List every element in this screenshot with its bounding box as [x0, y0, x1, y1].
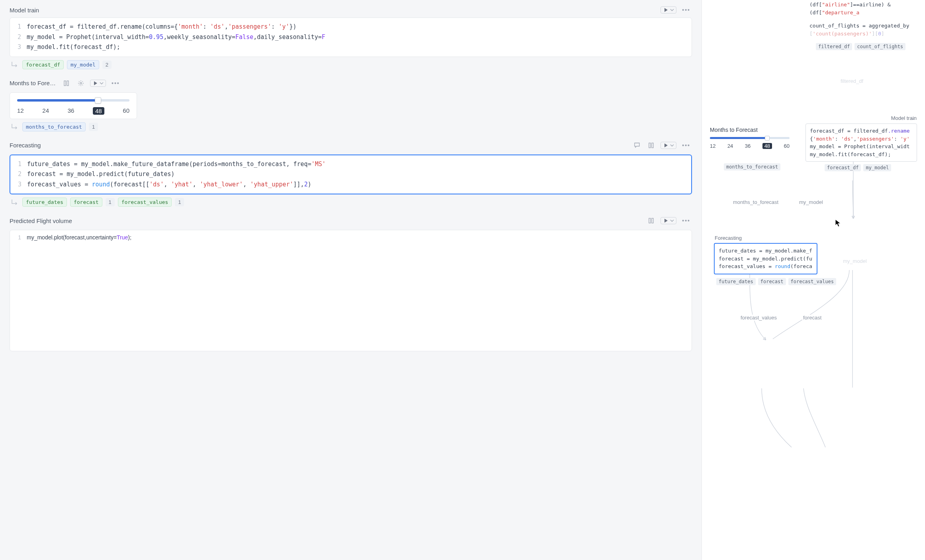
line-number: 2: [16, 169, 27, 180]
cell-header: Forecasting •••: [10, 139, 692, 155]
mini-code: forecast_values = round(forecast: [719, 262, 813, 270]
mini-chip[interactable]: forecast_df: [825, 164, 861, 171]
comment-icon-button[interactable]: [632, 140, 642, 151]
line-number: 1: [16, 159, 27, 170]
columns-icon: [648, 142, 655, 149]
output-chip[interactable]: months_to_forecast: [22, 122, 86, 131]
cell-model-train: Model train ••• 1forecast_df = filtered_…: [10, 5, 692, 69]
graph-node-forecasting[interactable]: Forecasting future_dates = my_model.make…: [714, 243, 817, 274]
slider-fill: [17, 99, 98, 102]
code-editor[interactable]: 1future_dates = my_model.make_future_dat…: [10, 155, 692, 195]
cell-title: Forecasting: [10, 142, 628, 149]
slider-tick[interactable]: 24: [42, 107, 49, 115]
plot-output: 1my_model.plot(forecast,uncertainty=True…: [10, 230, 692, 351]
more-menu[interactable]: •••: [680, 142, 692, 149]
main-panel: Model train ••• 1forecast_df = filtered_…: [0, 0, 702, 560]
run-button[interactable]: [660, 142, 676, 149]
cell-title: Months to Fore…: [10, 80, 57, 86]
more-menu[interactable]: •••: [680, 7, 692, 13]
svg-rect-4: [652, 143, 653, 148]
layout-icon[interactable]: [61, 78, 72, 88]
output-chip[interactable]: forecast_values: [118, 198, 172, 207]
chevron-down-icon[interactable]: ⌄: [911, 116, 915, 121]
run-button[interactable]: [660, 6, 676, 14]
slider-control[interactable]: 12 24 36 48 60: [10, 92, 137, 119]
gear-icon: [78, 80, 84, 86]
mini-code: my_model.fit(forecast_df);: [810, 151, 913, 159]
edge-label: filtered_df: [840, 78, 864, 84]
slider-tick: 24: [727, 143, 733, 149]
chevron-down-icon: [670, 8, 674, 12]
svg-rect-0: [64, 81, 66, 86]
graph-node-chips: future_dates forecast forecast_values: [716, 278, 836, 285]
mini-chip[interactable]: forecast: [758, 278, 786, 285]
layout-icon[interactable]: [646, 215, 657, 226]
cell-title: Model train: [10, 7, 657, 14]
chevron-down-icon: [99, 81, 104, 86]
mini-slider-thumb[interactable]: [765, 136, 770, 141]
line-number: 2: [16, 32, 27, 43]
svg-rect-1: [67, 81, 69, 86]
slider-tick[interactable]: 36: [68, 107, 74, 115]
more-menu[interactable]: •••: [110, 80, 122, 86]
svg-rect-6: [652, 218, 653, 223]
cursor-icon: [835, 219, 841, 228]
code-line: forecast_values = round(forecast[['ds', …: [27, 180, 686, 190]
slider-tick[interactable]: 60: [123, 107, 129, 115]
graph-node-title: Months to Forecast: [710, 127, 790, 133]
output-row: months_to_forecast 1: [10, 122, 692, 131]
graph-node-months-slider[interactable]: Months to Forecast 12 24 36 48 60: [710, 127, 790, 149]
mini-code: count_of_flights = aggregated_by: [809, 22, 917, 30]
play-icon: [94, 81, 98, 85]
dependency-graph-panel: (df["airline"]==airline) & (df["departur…: [702, 0, 925, 560]
mini-chip[interactable]: forecast_values: [788, 278, 836, 285]
mini-code: ['count(passengers)'][0]: [809, 30, 917, 38]
slider-thumb[interactable]: [95, 97, 101, 104]
columns-icon: [648, 217, 655, 224]
mini-code: {'month': 'ds','passengers': 'y': [810, 135, 913, 143]
slider-ticks: 12 24 36 48 60: [17, 107, 129, 115]
output-row: forecast_df my_model 2: [10, 60, 692, 69]
code-editor[interactable]: 1forecast_df = filtered_df.rename(column…: [10, 18, 692, 57]
output-count: 2: [102, 61, 112, 69]
mini-chip[interactable]: months_to_forecast: [724, 163, 780, 170]
slider-tick-active[interactable]: 48: [93, 107, 104, 115]
run-button[interactable]: [90, 80, 106, 87]
forecast-chart: [16, 246, 686, 350]
settings-icon-button[interactable]: [76, 78, 86, 88]
graph-node-upstream-code[interactable]: (df["airline"]==airline) & (df["departur…: [809, 1, 917, 37]
output-chip[interactable]: my_model: [67, 60, 99, 69]
more-menu[interactable]: •••: [680, 217, 692, 224]
output-count: 1: [175, 198, 184, 206]
columns-icon: [63, 80, 70, 86]
mini-slider-track[interactable]: [710, 137, 790, 139]
line-number: 1: [16, 22, 27, 32]
play-icon: [664, 8, 668, 12]
play-icon: [664, 143, 668, 147]
output-chip[interactable]: forecast: [70, 198, 102, 207]
mini-chip[interactable]: filtered_df: [816, 43, 852, 50]
cell-header: Months to Fore… •••: [10, 76, 145, 92]
cell-predicted-flight-volume: Predicted Flight volume ••• 1my_model.pl…: [10, 214, 692, 351]
mini-chip[interactable]: future_dates: [716, 278, 756, 285]
code-line: my_model.fit(forecast_df);: [27, 42, 686, 53]
output-chip[interactable]: future_dates: [22, 198, 67, 207]
cell-title: Predicted Flight volume: [10, 217, 642, 224]
mini-slider-fill: [710, 137, 767, 139]
graph-node-model-train[interactable]: Model train ⌄ forecast_df = filtered_df.…: [805, 123, 917, 162]
slider-tick[interactable]: 12: [17, 107, 24, 115]
slider-track[interactable]: [17, 99, 129, 102]
mini-slider-ticks: 12 24 36 48 60: [710, 143, 790, 149]
graph-node-title: Forecasting: [715, 235, 742, 241]
output-chip[interactable]: forecast_df: [22, 60, 64, 69]
line-number: 3: [16, 42, 27, 53]
code-line: forecast = my_model.predict(future_dates…: [27, 169, 686, 180]
run-button[interactable]: [660, 217, 676, 224]
mini-code: my_model = Prophet(interval_widt: [810, 143, 913, 151]
cell-header: Model train •••: [10, 5, 692, 18]
mini-chip[interactable]: count_of_flights: [854, 43, 905, 50]
mini-chip[interactable]: my_model: [863, 164, 891, 171]
mini-code: future_dates = my_model.make_fut: [719, 247, 813, 255]
layout-icon[interactable]: [646, 140, 657, 151]
svg-rect-3: [649, 143, 651, 148]
